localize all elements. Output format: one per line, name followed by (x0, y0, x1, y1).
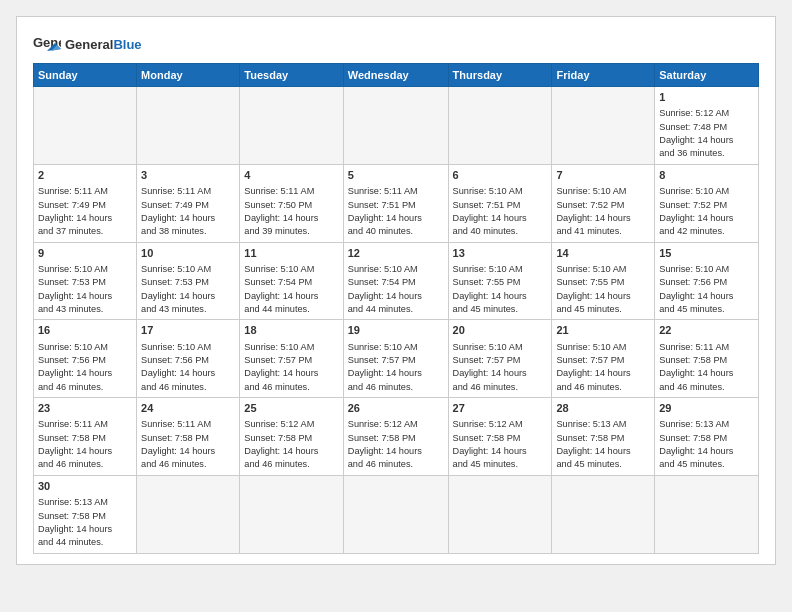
calendar-cell (34, 87, 137, 165)
calendar-table: SundayMondayTuesdayWednesdayThursdayFrid… (33, 63, 759, 554)
day-info: Sunrise: 5:11 AM Sunset: 7:58 PM Dayligh… (38, 418, 132, 471)
day-info: Sunrise: 5:11 AM Sunset: 7:58 PM Dayligh… (141, 418, 235, 471)
calendar-cell: 30Sunrise: 5:13 AM Sunset: 7:58 PM Dayli… (34, 475, 137, 553)
day-number: 11 (244, 246, 338, 261)
day-number: 20 (453, 323, 548, 338)
calendar-cell (343, 475, 448, 553)
calendar-cell: 28Sunrise: 5:13 AM Sunset: 7:58 PM Dayli… (552, 398, 655, 476)
logo-icon: General (33, 33, 61, 55)
calendar-cell (240, 87, 343, 165)
day-number: 1 (659, 90, 754, 105)
day-number: 19 (348, 323, 444, 338)
calendar-cell: 19Sunrise: 5:10 AM Sunset: 7:57 PM Dayli… (343, 320, 448, 398)
day-number: 25 (244, 401, 338, 416)
calendar-cell: 23Sunrise: 5:11 AM Sunset: 7:58 PM Dayli… (34, 398, 137, 476)
calendar-cell: 11Sunrise: 5:10 AM Sunset: 7:54 PM Dayli… (240, 242, 343, 320)
day-number: 15 (659, 246, 754, 261)
day-number: 10 (141, 246, 235, 261)
weekday-header-thursday: Thursday (448, 64, 552, 87)
calendar-cell: 27Sunrise: 5:12 AM Sunset: 7:58 PM Dayli… (448, 398, 552, 476)
day-number: 29 (659, 401, 754, 416)
day-info: Sunrise: 5:11 AM Sunset: 7:49 PM Dayligh… (141, 185, 235, 238)
day-info: Sunrise: 5:10 AM Sunset: 7:56 PM Dayligh… (141, 341, 235, 394)
day-info: Sunrise: 5:11 AM Sunset: 7:51 PM Dayligh… (348, 185, 444, 238)
day-number: 2 (38, 168, 132, 183)
calendar-cell: 24Sunrise: 5:11 AM Sunset: 7:58 PM Dayli… (137, 398, 240, 476)
day-info: Sunrise: 5:10 AM Sunset: 7:54 PM Dayligh… (244, 263, 338, 316)
calendar-cell: 22Sunrise: 5:11 AM Sunset: 7:58 PM Dayli… (655, 320, 759, 398)
calendar-cell: 20Sunrise: 5:10 AM Sunset: 7:57 PM Dayli… (448, 320, 552, 398)
day-number: 6 (453, 168, 548, 183)
day-number: 30 (38, 479, 132, 494)
day-number: 8 (659, 168, 754, 183)
calendar-cell (137, 475, 240, 553)
calendar-cell: 9Sunrise: 5:10 AM Sunset: 7:53 PM Daylig… (34, 242, 137, 320)
day-info: Sunrise: 5:13 AM Sunset: 7:58 PM Dayligh… (38, 496, 132, 549)
calendar-cell: 25Sunrise: 5:12 AM Sunset: 7:58 PM Dayli… (240, 398, 343, 476)
weekday-header-tuesday: Tuesday (240, 64, 343, 87)
day-number: 7 (556, 168, 650, 183)
day-info: Sunrise: 5:10 AM Sunset: 7:57 PM Dayligh… (244, 341, 338, 394)
day-info: Sunrise: 5:10 AM Sunset: 7:56 PM Dayligh… (659, 263, 754, 316)
week-row-2: 2Sunrise: 5:11 AM Sunset: 7:49 PM Daylig… (34, 164, 759, 242)
weekday-header-row: SundayMondayTuesdayWednesdayThursdayFrid… (34, 64, 759, 87)
day-info: Sunrise: 5:11 AM Sunset: 7:49 PM Dayligh… (38, 185, 132, 238)
calendar-cell (655, 475, 759, 553)
day-number: 13 (453, 246, 548, 261)
calendar-cell: 5Sunrise: 5:11 AM Sunset: 7:51 PM Daylig… (343, 164, 448, 242)
day-info: Sunrise: 5:11 AM Sunset: 7:50 PM Dayligh… (244, 185, 338, 238)
logo: General GeneralBlue (33, 33, 142, 55)
calendar-cell: 13Sunrise: 5:10 AM Sunset: 7:55 PM Dayli… (448, 242, 552, 320)
day-number: 4 (244, 168, 338, 183)
day-info: Sunrise: 5:12 AM Sunset: 7:58 PM Dayligh… (244, 418, 338, 471)
day-number: 23 (38, 401, 132, 416)
day-number: 24 (141, 401, 235, 416)
day-number: 17 (141, 323, 235, 338)
calendar-cell: 8Sunrise: 5:10 AM Sunset: 7:52 PM Daylig… (655, 164, 759, 242)
calendar-cell (448, 475, 552, 553)
calendar-cell (343, 87, 448, 165)
calendar-cell: 18Sunrise: 5:10 AM Sunset: 7:57 PM Dayli… (240, 320, 343, 398)
calendar-cell: 26Sunrise: 5:12 AM Sunset: 7:58 PM Dayli… (343, 398, 448, 476)
calendar-cell: 4Sunrise: 5:11 AM Sunset: 7:50 PM Daylig… (240, 164, 343, 242)
day-info: Sunrise: 5:10 AM Sunset: 7:57 PM Dayligh… (453, 341, 548, 394)
day-info: Sunrise: 5:10 AM Sunset: 7:53 PM Dayligh… (141, 263, 235, 316)
weekday-header-friday: Friday (552, 64, 655, 87)
calendar-cell (137, 87, 240, 165)
day-number: 14 (556, 246, 650, 261)
week-row-1: 1Sunrise: 5:12 AM Sunset: 7:48 PM Daylig… (34, 87, 759, 165)
calendar-cell: 14Sunrise: 5:10 AM Sunset: 7:55 PM Dayli… (552, 242, 655, 320)
day-info: Sunrise: 5:10 AM Sunset: 7:54 PM Dayligh… (348, 263, 444, 316)
calendar-page: General GeneralBlue SundayMondayTuesdayW… (16, 16, 776, 565)
day-info: Sunrise: 5:12 AM Sunset: 7:58 PM Dayligh… (348, 418, 444, 471)
calendar-cell (552, 87, 655, 165)
calendar-cell: 6Sunrise: 5:10 AM Sunset: 7:51 PM Daylig… (448, 164, 552, 242)
day-info: Sunrise: 5:10 AM Sunset: 7:51 PM Dayligh… (453, 185, 548, 238)
calendar-cell: 17Sunrise: 5:10 AM Sunset: 7:56 PM Dayli… (137, 320, 240, 398)
day-number: 26 (348, 401, 444, 416)
weekday-header-saturday: Saturday (655, 64, 759, 87)
day-info: Sunrise: 5:10 AM Sunset: 7:57 PM Dayligh… (556, 341, 650, 394)
calendar-cell: 10Sunrise: 5:10 AM Sunset: 7:53 PM Dayli… (137, 242, 240, 320)
week-row-3: 9Sunrise: 5:10 AM Sunset: 7:53 PM Daylig… (34, 242, 759, 320)
day-number: 5 (348, 168, 444, 183)
day-number: 27 (453, 401, 548, 416)
calendar-cell: 15Sunrise: 5:10 AM Sunset: 7:56 PM Dayli… (655, 242, 759, 320)
day-info: Sunrise: 5:10 AM Sunset: 7:55 PM Dayligh… (453, 263, 548, 316)
week-row-4: 16Sunrise: 5:10 AM Sunset: 7:56 PM Dayli… (34, 320, 759, 398)
calendar-cell: 3Sunrise: 5:11 AM Sunset: 7:49 PM Daylig… (137, 164, 240, 242)
day-number: 28 (556, 401, 650, 416)
calendar-cell (240, 475, 343, 553)
calendar-cell: 21Sunrise: 5:10 AM Sunset: 7:57 PM Dayli… (552, 320, 655, 398)
day-info: Sunrise: 5:11 AM Sunset: 7:58 PM Dayligh… (659, 341, 754, 394)
calendar-cell: 7Sunrise: 5:10 AM Sunset: 7:52 PM Daylig… (552, 164, 655, 242)
header: General GeneralBlue (33, 33, 759, 55)
day-number: 16 (38, 323, 132, 338)
day-info: Sunrise: 5:10 AM Sunset: 7:52 PM Dayligh… (659, 185, 754, 238)
weekday-header-wednesday: Wednesday (343, 64, 448, 87)
day-number: 22 (659, 323, 754, 338)
calendar-cell: 29Sunrise: 5:13 AM Sunset: 7:58 PM Dayli… (655, 398, 759, 476)
weekday-header-monday: Monday (137, 64, 240, 87)
day-info: Sunrise: 5:10 AM Sunset: 7:55 PM Dayligh… (556, 263, 650, 316)
day-info: Sunrise: 5:12 AM Sunset: 7:48 PM Dayligh… (659, 107, 754, 160)
